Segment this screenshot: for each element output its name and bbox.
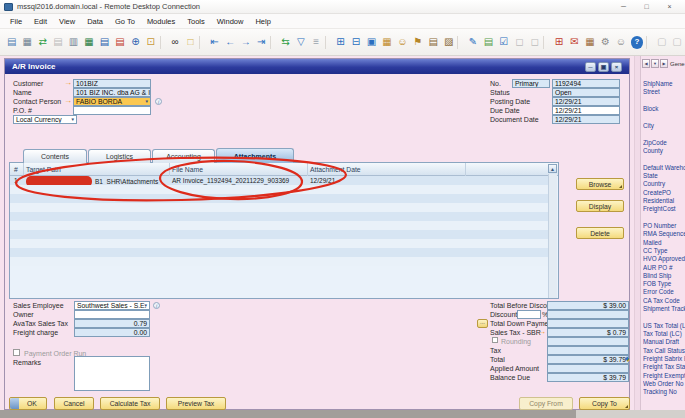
export-pdf-icon[interactable]: ▤ [112,34,127,50]
find-icon[interactable]: ∞ [167,34,182,50]
payment-means-icon[interactable]: ♦ [625,354,629,363]
toolbar-separator[interactable] [457,36,464,49]
table-row-empty[interactable] [10,248,548,257]
table-row-empty[interactable] [10,185,548,194]
due-date-field[interactable]: 12/29/21 [552,106,620,115]
udf-category-dropdown-icon[interactable]: ▼ [651,59,659,68]
target-path-cell[interactable]: B1_SHR\Attachments [26,176,158,185]
export-word-icon[interactable]: ▤ [97,34,112,50]
cancel-button[interactable]: Cancel [54,397,94,410]
print-icon[interactable]: ▦ [19,34,34,50]
sort-icon[interactable]: ≡ [309,34,324,50]
maximize-icon[interactable]: □ [635,0,658,13]
previous-record-icon[interactable]: ← [222,34,237,50]
attachment-date-cell[interactable]: 12/29/21 [310,176,335,185]
browse-button[interactable]: Browse [576,178,624,190]
menu-help[interactable]: Help [249,17,276,26]
freight-charge-field[interactable]: 0.00 [74,328,150,337]
invoice-close-icon[interactable]: × [611,62,622,72]
copy-to-button[interactable]: Copy To [579,397,630,410]
calculate-tax-button[interactable]: Calculate Tax [100,397,160,410]
rounding-checkbox[interactable] [492,337,498,343]
down-payment-ellipsis-button[interactable]: ... [477,319,488,328]
customer-link-arrow-icon[interactable]: → [64,79,72,88]
toolbar-separator[interactable] [160,36,167,49]
table-row-empty[interactable] [10,230,548,239]
scroll-up-icon[interactable]: ▲ [548,164,557,173]
table-row-empty[interactable] [10,221,548,230]
name-field[interactable]: 101 BIZ INC. dba AG & IREH [73,88,151,97]
copy-from-button[interactable]: Copy From [519,397,573,410]
table-row-empty[interactable] [10,194,548,203]
contact-person-field[interactable]: FABIO BORDA ▼ [73,97,151,106]
posting-date-field[interactable]: 12/29/21 [552,97,620,106]
business-partner-icon[interactable]: ☺ [395,34,410,50]
sales-tax-link-arrow-icon[interactable]: → [538,328,546,337]
ok-button[interactable]: OK [9,397,47,410]
org-chart-icon[interactable]: ⚙ [598,34,613,50]
table-row-empty[interactable] [10,203,548,212]
payment-wizard-icon[interactable]: ▦ [379,34,394,50]
toolbar-separator[interactable] [543,36,550,49]
menu-tools[interactable]: Tools [181,17,211,26]
delete-button[interactable]: Delete [576,227,624,239]
journal-icon[interactable]: ▤ [426,34,441,50]
toolbar-separator[interactable] [199,36,206,49]
document-copy-icon[interactable]: ⊞ [333,34,348,50]
minimize-icon[interactable]: ─ [612,0,635,13]
filter-icon[interactable]: ▽ [293,34,308,50]
launch-application-icon[interactable]: ⊕ [128,34,143,50]
alert-calendar-icon[interactable]: ⊞ [551,34,566,50]
lock-screen-icon[interactable]: ⊡ [143,34,158,50]
export-excel-icon[interactable]: ▦ [81,34,96,50]
tab-contents[interactable]: Contents [23,149,87,163]
table-scrollbar[interactable] [548,174,557,298]
tab-accounting[interactable]: Accounting [152,149,215,163]
remarks-field[interactable] [74,356,150,391]
owner-field[interactable] [74,310,150,319]
doc-number-field[interactable]: 1192494 [552,79,620,88]
approval-icon[interactable]: ⚑ [410,34,425,50]
po-number-field[interactable] [73,106,151,115]
print-preview-icon[interactable]: ▤ [4,34,19,50]
contact-link-arrow-icon[interactable]: → [64,97,72,106]
grayed-document-icon[interactable]: ▢ [669,34,684,50]
chevron-down-icon[interactable]: ▼ [71,117,75,123]
contact-info-icon[interactable]: i [155,98,162,105]
last-record-icon[interactable]: ⇥ [253,34,268,50]
first-record-icon[interactable]: ⇤ [207,34,222,50]
chevron-down-icon[interactable]: ▼ [145,99,149,105]
message-icon[interactable]: ◻ [527,34,542,50]
toolbar-separator[interactable] [646,36,653,49]
table-row[interactable]: 1 B1_SHR\Attachments AR Invoice_1192494_… [10,176,548,185]
calendar-icon[interactable]: ▦ [582,34,597,50]
udf-prev-icon[interactable]: ◀ [642,59,650,68]
invoice-minimize-icon[interactable]: ─ [585,62,596,72]
table-row-empty[interactable] [10,257,548,266]
next-record-icon[interactable]: → [238,34,253,50]
menu-view[interactable]: View [53,17,81,26]
picture-icon[interactable]: ▨ [441,34,456,50]
menu-data[interactable]: Data [81,17,109,26]
udf-category-label[interactable]: Gene [670,61,685,67]
sales-employee-select[interactable]: Southwest Sales - S.E. ▼ [74,301,150,310]
help-icon[interactable]: ? [631,36,644,49]
print-layout-icon[interactable]: ▥ [66,34,81,50]
new-activity-icon[interactable]: ▤ [481,34,496,50]
menu-modules[interactable]: Modules [141,17,181,26]
menu-goto[interactable]: Go To [109,17,141,26]
customer-field[interactable]: 101BIZ [73,79,151,88]
toolbar-separator[interactable] [270,36,277,49]
tab-logistics[interactable]: Logistics [88,149,151,163]
edit-icon[interactable]: ✎ [465,34,480,50]
update-icon[interactable]: ⇄ [35,34,50,50]
table-row-empty[interactable] [10,239,548,248]
series-field[interactable]: Primary [512,79,550,88]
udf-next-icon[interactable]: ▶ [660,59,668,68]
toolbar-separator[interactable] [325,36,332,49]
edit-document-icon[interactable]: ☑ [496,34,511,50]
tab-attachments[interactable]: Attachments [216,148,294,163]
file-name-cell[interactable]: AR Invoice_1192494_20211229_903369 [172,176,289,185]
document-relations-icon[interactable]: ▣ [364,34,379,50]
copy-icon[interactable]: ▤ [50,34,65,50]
